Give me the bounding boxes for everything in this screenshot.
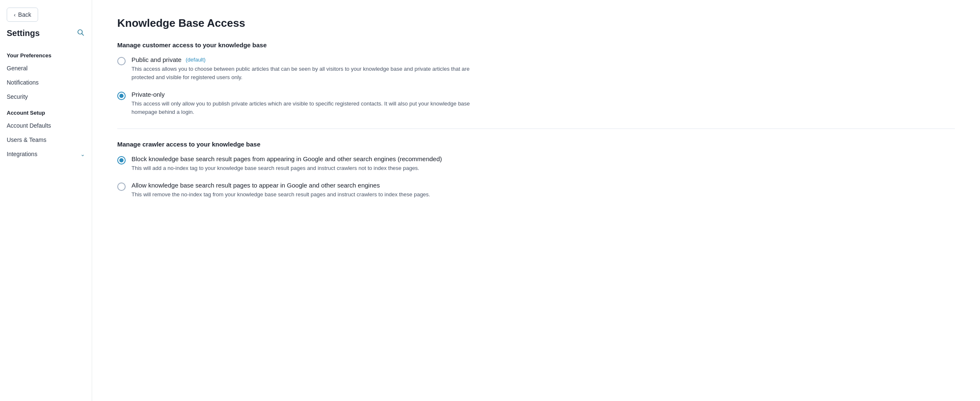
option-private-only-label: Private-only xyxy=(132,91,955,98)
option-block-crawlers-description: This will add a no-index tag to your kno… xyxy=(132,164,475,172)
customer-access-section: Manage customer access to your knowledge… xyxy=(117,41,955,117)
option-public-private-text: Public and private (default) This access… xyxy=(132,56,955,82)
option-allow-crawlers-label: Allow knowledge base search result pages… xyxy=(132,182,955,189)
default-badge: (default) xyxy=(186,57,206,63)
sidebar-item-security[interactable]: Security xyxy=(0,90,92,104)
search-icon-button[interactable] xyxy=(76,28,85,39)
option-block-crawlers-label: Block knowledge base search result pages… xyxy=(132,155,955,162)
option-private-only-description: This access will only allow you to publi… xyxy=(132,100,475,116)
radio-private-only[interactable] xyxy=(117,92,126,100)
option-public-private-label: Public and private (default) xyxy=(132,56,955,63)
sidebar-item-integrations[interactable]: Integrations ⌄ xyxy=(0,147,92,161)
radio-block-crawlers-inner xyxy=(119,158,124,162)
main-content: Knowledge Base Access Manage customer ac… xyxy=(92,0,980,401)
radio-public-private[interactable] xyxy=(117,57,126,65)
sidebar-item-general[interactable]: General xyxy=(0,61,92,75)
back-label: Back xyxy=(18,11,31,18)
sidebar-section-account-setup: Account Setup xyxy=(0,104,92,118)
section-divider xyxy=(117,129,955,129)
radio-private-only-inner xyxy=(119,94,124,98)
option-public-private-description: This access allows you to choose between… xyxy=(132,65,475,82)
option-private-only: Private-only This access will only allow… xyxy=(117,91,955,116)
option-block-crawlers: Block knowledge base search result pages… xyxy=(117,155,955,172)
sidebar: ‹ Back Settings Your Preferences General… xyxy=(0,0,92,401)
sidebar-header: Settings xyxy=(0,28,92,46)
option-allow-crawlers: Allow knowledge base search result pages… xyxy=(117,182,955,199)
sidebar-item-integrations-label: Integrations xyxy=(7,151,37,157)
option-allow-crawlers-text: Allow knowledge base search result pages… xyxy=(132,182,955,199)
option-allow-crawlers-description: This will remove the no-index tag from y… xyxy=(132,190,475,199)
option-private-only-text: Private-only This access will only allow… xyxy=(132,91,955,116)
sidebar-item-account-defaults[interactable]: Account Defaults xyxy=(0,118,92,133)
option-public-private: Public and private (default) This access… xyxy=(117,56,955,82)
sidebar-item-users-teams[interactable]: Users & Teams xyxy=(0,133,92,147)
sidebar-title: Settings xyxy=(7,28,40,38)
search-icon xyxy=(77,28,84,36)
radio-block-crawlers[interactable] xyxy=(117,156,126,165)
crawler-access-section: Manage crawler access to your knowledge … xyxy=(117,141,955,199)
chevron-down-icon: ⌄ xyxy=(80,151,85,157)
page-title: Knowledge Base Access xyxy=(117,17,955,30)
sidebar-item-notifications[interactable]: Notifications xyxy=(0,75,92,90)
back-chevron-icon: ‹ xyxy=(14,12,15,18)
section2-heading: Manage crawler access to your knowledge … xyxy=(117,141,955,148)
sidebar-section-your-preferences: Your Preferences xyxy=(0,46,92,61)
back-button[interactable]: ‹ Back xyxy=(7,8,38,22)
section1-heading: Manage customer access to your knowledge… xyxy=(117,41,955,49)
radio-allow-crawlers[interactable] xyxy=(117,183,126,191)
option-block-crawlers-text: Block knowledge base search result pages… xyxy=(132,155,955,172)
svg-line-1 xyxy=(82,33,83,35)
